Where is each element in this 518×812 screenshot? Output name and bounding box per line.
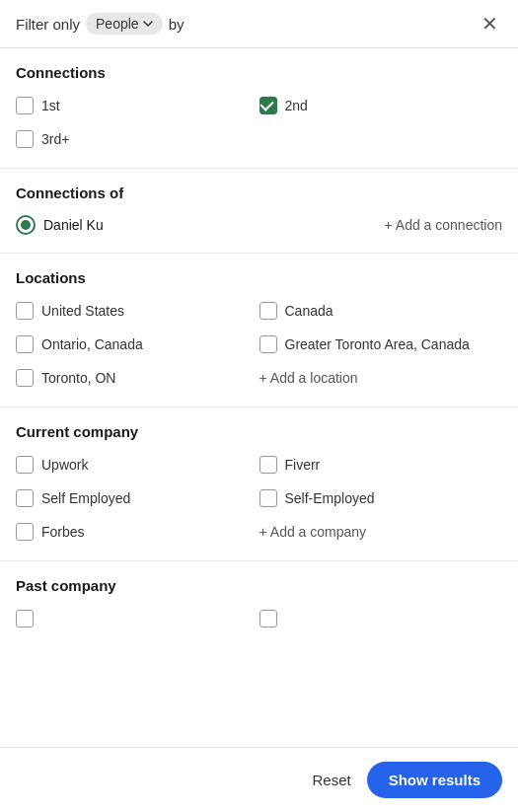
connections-title: Connections xyxy=(16,64,502,81)
connections-of-row: Daniel Ku + Add a connection xyxy=(16,213,502,237)
company-forbes-item[interactable]: Forbes xyxy=(16,519,259,545)
connections-of-radio[interactable] xyxy=(16,215,36,235)
past-company-item-1[interactable] xyxy=(16,606,259,631)
current-company-section: Current company Upwork Fiverr Self Emplo… xyxy=(0,407,518,561)
past-company-grid xyxy=(16,606,502,631)
filter-only-label: Filter only xyxy=(16,16,80,33)
location-toronto-label: Toronto, ON xyxy=(41,370,115,386)
location-ontario-item[interactable]: Ontario, Canada xyxy=(16,332,259,357)
locations-section: Locations United States Canada Ontario, … xyxy=(0,254,518,407)
location-us-checkbox[interactable] xyxy=(16,302,34,320)
add-connection-label: + Add a connection xyxy=(385,217,503,233)
close-icon: ✕ xyxy=(481,13,498,35)
connections-3rd-label: 3rd+ xyxy=(41,131,69,147)
company-fiverr-checkbox[interactable] xyxy=(259,456,277,474)
connections-2nd-checkbox[interactable] xyxy=(259,97,277,114)
company-forbes-checkbox[interactable] xyxy=(16,523,34,541)
locations-grid: United States Canada Ontario, Canada Gre… xyxy=(16,298,502,391)
location-gta-label: Greater Toronto Area, Canada xyxy=(285,336,470,352)
location-ontario-label: Ontario, Canada xyxy=(41,336,143,352)
add-company-label: + Add a company xyxy=(259,524,367,540)
past-company-checkbox-1[interactable] xyxy=(16,610,34,627)
company-self-employed2-label: Self-Employed xyxy=(285,490,375,506)
location-gta-checkbox[interactable] xyxy=(259,335,277,353)
location-us-item[interactable]: United States xyxy=(16,298,259,324)
by-label: by xyxy=(169,16,185,33)
past-company-title: Past company xyxy=(16,577,502,594)
current-company-title: Current company xyxy=(16,423,502,440)
company-self-employed2-checkbox[interactable] xyxy=(259,489,277,507)
company-self-employed-label: Self Employed xyxy=(41,490,130,506)
location-gta-item[interactable]: Greater Toronto Area, Canada xyxy=(259,332,503,357)
connections-1st-checkbox[interactable] xyxy=(16,97,34,114)
company-fiverr-item[interactable]: Fiverr xyxy=(259,452,503,478)
company-self-employed-checkbox[interactable] xyxy=(16,489,34,507)
add-connection-link[interactable]: + Add a connection xyxy=(385,213,503,237)
location-canada-checkbox[interactable] xyxy=(259,302,277,320)
location-canada-item[interactable]: Canada xyxy=(259,298,503,324)
show-results-button[interactable]: Show results xyxy=(367,762,502,798)
locations-title: Locations xyxy=(16,269,502,286)
header-left: Filter only People by xyxy=(16,13,184,35)
chevron-down-icon xyxy=(143,19,153,29)
location-toronto-checkbox[interactable] xyxy=(16,369,34,387)
connections-of-section: Connections of Daniel Ku + Add a connect… xyxy=(0,169,518,254)
location-canada-label: Canada xyxy=(285,303,333,319)
location-ontario-checkbox[interactable] xyxy=(16,335,34,353)
connections-section: Connections 1st 2nd 3rd+ xyxy=(0,48,518,169)
add-company-link[interactable]: + Add a company xyxy=(259,519,503,545)
company-forbes-label: Forbes xyxy=(41,524,85,540)
connections-2nd-item[interactable]: 2nd xyxy=(259,93,503,118)
company-upwork-label: Upwork xyxy=(41,457,88,473)
company-upwork-checkbox[interactable] xyxy=(16,456,34,474)
footer: Reset Show results xyxy=(0,747,518,812)
location-toronto-item[interactable]: Toronto, ON xyxy=(16,365,259,391)
connections-3rd-item[interactable]: 3rd+ xyxy=(16,126,259,152)
connections-of-person: Daniel Ku xyxy=(43,217,104,233)
reset-button[interactable]: Reset xyxy=(312,772,350,788)
radio-inner xyxy=(21,220,31,230)
company-fiverr-label: Fiverr xyxy=(285,457,321,473)
add-location-label: + Add a location xyxy=(259,370,358,386)
company-self-employed2-item[interactable]: Self-Employed xyxy=(259,485,503,511)
connections-1st-label: 1st xyxy=(41,98,60,113)
connections-of-title: Connections of xyxy=(16,185,502,201)
company-upwork-item[interactable]: Upwork xyxy=(16,452,259,478)
past-company-section: Past company xyxy=(0,561,518,710)
location-us-label: United States xyxy=(41,303,124,319)
filter-header: Filter only People by ✕ xyxy=(0,0,518,48)
people-label: People xyxy=(96,16,139,32)
connections-3rd-checkbox[interactable] xyxy=(16,130,34,148)
connections-of-person-row: Daniel Ku xyxy=(16,215,104,235)
past-company-item-2[interactable] xyxy=(259,606,503,631)
past-company-checkbox-2[interactable] xyxy=(259,610,277,627)
people-pill[interactable]: People xyxy=(86,13,163,35)
connections-2nd-label: 2nd xyxy=(285,98,308,113)
current-company-grid: Upwork Fiverr Self Employed Self-Employe… xyxy=(16,452,502,545)
add-location-link[interactable]: + Add a location xyxy=(259,365,503,391)
connections-1st-item[interactable]: 1st xyxy=(16,93,259,118)
close-button[interactable]: ✕ xyxy=(478,12,502,36)
company-self-employed-item[interactable]: Self Employed xyxy=(16,485,259,511)
connections-grid: 1st 2nd 3rd+ xyxy=(16,93,502,152)
